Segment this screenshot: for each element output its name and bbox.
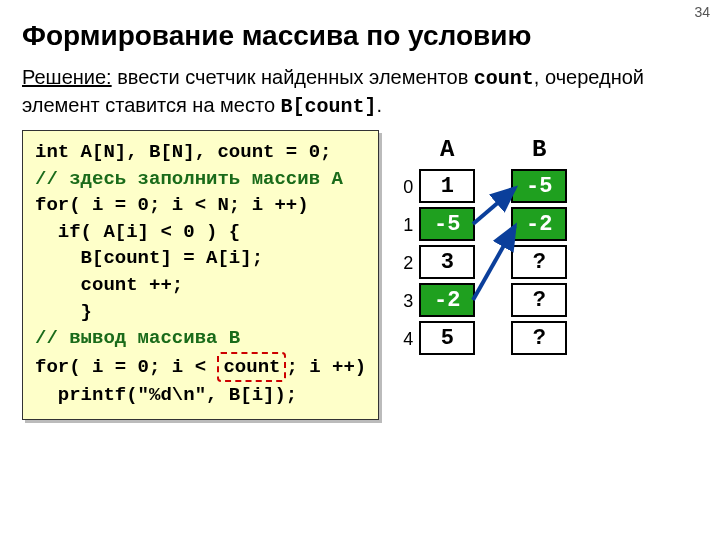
code-l1: int A[N], B[N], count = 0; <box>35 141 331 163</box>
idx-2: 2 <box>403 253 413 274</box>
code-l8: // вывод массива B <box>35 327 240 349</box>
b-0: -5 <box>511 169 567 203</box>
code-l2: // здесь заполнить массив A <box>35 168 343 190</box>
b-3: ? <box>511 283 567 317</box>
code-l5: B[count] = A[i]; <box>35 247 263 269</box>
header-a: A <box>440 136 454 163</box>
code-l9b: ; i ++) <box>286 356 366 378</box>
a-3: -2 <box>419 283 475 317</box>
b-2: ? <box>511 245 567 279</box>
code-l10: printf("%d\n", B[i]); <box>35 384 297 406</box>
desc-tail: . <box>377 94 383 116</box>
header-b: B <box>532 136 546 163</box>
idx-3: 3 <box>403 291 413 312</box>
code-l7: } <box>35 301 92 323</box>
code-l6: count ++; <box>35 274 183 296</box>
code-l3: for( i = 0; i < N; i ++) <box>35 194 309 216</box>
a-2: 3 <box>419 245 475 279</box>
b-4: ? <box>511 321 567 355</box>
desc-part1a: ввести счетчик найденных элементов <box>112 66 474 88</box>
a-4: 5 <box>419 321 475 355</box>
code-block: int A[N], B[N], count = 0; // здесь запо… <box>22 130 379 420</box>
a-1: -5 <box>419 207 475 241</box>
description: Решение: ввести счетчик найденных элемен… <box>22 64 698 120</box>
idx-1: 1 <box>403 215 413 236</box>
idx-4: 4 <box>403 329 413 350</box>
code-l4: if( A[i] < 0 ) { <box>35 221 240 243</box>
page-title: Формирование массива по условию <box>22 20 720 52</box>
array-table: A B 0 1 -5 1 -5 -2 2 3 ? 3 -2 ? 4 5 ? <box>397 130 567 358</box>
code-l9a: for( i = 0; i < <box>35 356 217 378</box>
desc-count: count <box>474 67 534 90</box>
page-number: 34 <box>694 4 710 20</box>
count-highlight: count <box>217 352 286 383</box>
a-0: 1 <box>419 169 475 203</box>
b-1: -2 <box>511 207 567 241</box>
desc-lead: Решение: <box>22 66 112 88</box>
desc-bcount: B[count] <box>281 95 377 118</box>
idx-0: 0 <box>403 177 413 198</box>
